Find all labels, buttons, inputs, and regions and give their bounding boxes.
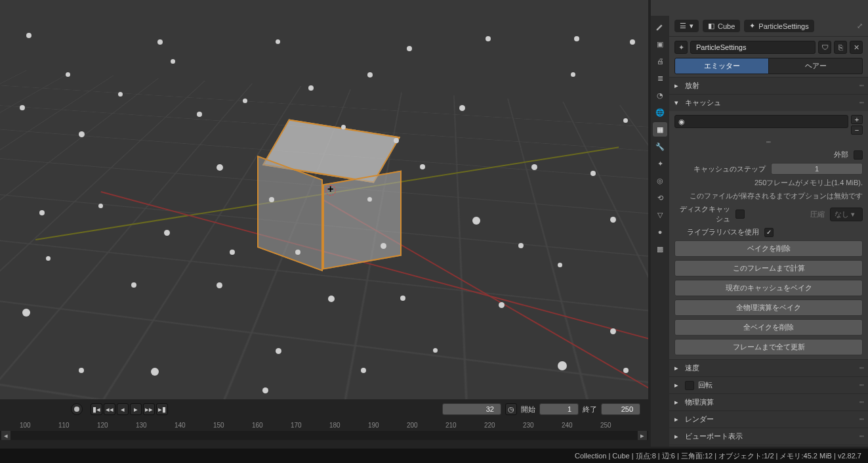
external-checkbox[interactable] bbox=[854, 150, 863, 160]
particle bbox=[66, 72, 70, 77]
rotation-checkbox[interactable] bbox=[685, 381, 694, 390]
tick-label: 120 bbox=[97, 422, 108, 429]
keyframe-prev-button[interactable]: ◂◂ bbox=[104, 403, 115, 415]
material-tab[interactable]: ● bbox=[653, 225, 667, 239]
particle bbox=[197, 112, 202, 117]
particle bbox=[367, 197, 372, 202]
particle bbox=[262, 387, 268, 393]
physics-panel-header[interactable]: ▸物理演算┅ bbox=[669, 394, 868, 410]
calc-to-frame-button[interactable]: このフレームまで計算 bbox=[674, 260, 863, 276]
tick-label: 150 bbox=[213, 422, 224, 429]
render-panel-header[interactable]: ▸レンダー┅ bbox=[669, 411, 868, 428]
world-tab[interactable]: 🌐 bbox=[653, 105, 667, 120]
save-warning-text: このファイルが保存されるまでオプションは無効です bbox=[674, 191, 863, 201]
view-layer-tab[interactable]: ≣ bbox=[653, 71, 667, 85]
delete-all-bakes-button[interactable]: 全ベイクを削除 bbox=[674, 319, 863, 336]
children-panel-header[interactable]: ▸子パーティクル┅ bbox=[669, 445, 868, 447]
tick-label: 100 bbox=[20, 422, 31, 429]
pin-icon[interactable]: ⤢ bbox=[857, 22, 863, 30]
play-reverse-button[interactable]: ◂ bbox=[117, 403, 129, 415]
tick-label: 170 bbox=[291, 422, 302, 429]
particle bbox=[400, 296, 405, 301]
jump-to-end-button[interactable]: ▸▮ bbox=[156, 403, 168, 415]
cache-slot[interactable]: ◉ bbox=[674, 115, 848, 128]
tick-label: 110 bbox=[58, 422, 70, 429]
object-name: Cube bbox=[718, 22, 735, 30]
fake-user-button[interactable]: 🛡 bbox=[818, 41, 831, 54]
particles-tab[interactable]: ✦ bbox=[653, 156, 667, 171]
current-frame-field[interactable]: 32 bbox=[442, 403, 501, 415]
grip-icon: ┅ bbox=[859, 99, 863, 107]
constraints-tab[interactable]: ⟲ bbox=[653, 190, 667, 205]
particle bbox=[381, 243, 386, 249]
data-tab[interactable]: ▽ bbox=[653, 208, 667, 222]
scroll-left-button[interactable]: ◂ bbox=[1, 431, 10, 440]
particle-name-field[interactable] bbox=[690, 41, 816, 54]
unlink-datablock-button[interactable]: ✕ bbox=[850, 41, 863, 54]
particle bbox=[164, 230, 170, 236]
scene-tab[interactable]: ◔ bbox=[653, 88, 667, 102]
particle bbox=[531, 164, 537, 170]
cache-panel-header[interactable]: ▾ キャッシュ ┅ bbox=[669, 95, 868, 111]
particle-type-toggle[interactable]: エミッター ヘアー bbox=[674, 58, 863, 74]
object-tab[interactable]: ▦ bbox=[653, 122, 667, 137]
hair-option[interactable]: ヘアー bbox=[769, 58, 863, 74]
tool-tab[interactable] bbox=[653, 20, 667, 34]
particle bbox=[26, 33, 31, 38]
delete-bake-button[interactable]: ベイクを削除 bbox=[674, 240, 863, 257]
keyframe-next-button[interactable]: ▸▸ bbox=[143, 403, 155, 415]
tick-label: 160 bbox=[252, 422, 263, 429]
particles-icon: ✦ bbox=[749, 22, 755, 30]
new-datablock-button[interactable]: ⎘ bbox=[834, 41, 847, 54]
end-frame-field[interactable]: 250 bbox=[601, 403, 640, 415]
particle bbox=[420, 164, 425, 169]
bake-all-physics-button[interactable]: 全物理演算をベイク bbox=[674, 299, 863, 316]
play-button[interactable]: ▸ bbox=[130, 403, 142, 415]
physics-tab[interactable]: ◎ bbox=[653, 173, 667, 188]
modifiers-tab[interactable]: 🔧 bbox=[653, 139, 667, 154]
viewport-display-panel-header[interactable]: ▸ビューポート表示┅ bbox=[669, 428, 868, 445]
disk-cache-checkbox[interactable] bbox=[735, 209, 745, 219]
bake-current-button[interactable]: 現在のキャッシュをベイク bbox=[674, 280, 863, 296]
clock-icon[interactable]: ◷ bbox=[505, 403, 517, 415]
properties-tabs: ▣ 🖨 ≣ ◔ 🌐 ▦ 🔧 ✦ ◎ ⟲ ▽ ● ▩ bbox=[651, 16, 669, 447]
particle bbox=[98, 204, 103, 208]
tick-label: 230 bbox=[523, 422, 534, 429]
tick-label: 140 bbox=[175, 422, 186, 429]
particle bbox=[171, 59, 175, 64]
rotation-panel-header[interactable]: ▸回転┅ bbox=[669, 377, 868, 393]
particle bbox=[131, 282, 136, 288]
add-cache-button[interactable]: + bbox=[851, 115, 863, 124]
emission-panel-header[interactable]: ▸ 放射 ┅ bbox=[669, 77, 868, 94]
cube-icon: ◧ bbox=[708, 22, 714, 30]
emitter-option[interactable]: エミッター bbox=[674, 58, 769, 74]
timeline[interactable]: ▮◂ ◂◂ ◂ ▸ ▸▸ ▸▮ 32 ◷ 開始 1 終了 250 1001101… bbox=[0, 399, 648, 447]
jump-to-start-button[interactable]: ▮◂ bbox=[91, 403, 102, 415]
particle bbox=[157, 39, 163, 45]
compression-dropdown[interactable]: なし ▾ bbox=[830, 208, 863, 221]
data-breadcrumb[interactable]: ✦ ParticleSettings bbox=[744, 20, 814, 32]
velocity-panel-header[interactable]: ▸速度┅ bbox=[669, 360, 868, 376]
particle bbox=[590, 171, 596, 176]
start-frame-field[interactable]: 1 bbox=[539, 403, 579, 415]
editor-type-dropdown[interactable]: ☰▾ bbox=[674, 20, 699, 32]
update-all-to-frame-button[interactable]: フレームまで全て更新 bbox=[674, 339, 863, 355]
particle bbox=[308, 85, 314, 91]
particle bbox=[79, 368, 84, 373]
use-lib-path-checkbox[interactable] bbox=[764, 228, 774, 237]
particle bbox=[499, 302, 505, 308]
particle bbox=[118, 92, 123, 97]
output-tab[interactable]: 🖨 bbox=[653, 54, 667, 68]
object-breadcrumb[interactable]: ◧ Cube bbox=[703, 20, 740, 32]
remove-cache-button[interactable]: − bbox=[851, 125, 863, 135]
scroll-right-button[interactable]: ▸ bbox=[638, 431, 647, 440]
datablock-type-icon[interactable]: ✦ bbox=[674, 41, 688, 54]
cache-step-field[interactable]: 1 bbox=[771, 163, 863, 175]
particle bbox=[269, 197, 274, 202]
particle bbox=[151, 368, 159, 376]
texture-tab[interactable]: ▩ bbox=[653, 242, 667, 256]
render-tab[interactable]: ▣ bbox=[653, 37, 667, 51]
particle bbox=[276, 348, 281, 354]
3d-viewport[interactable] bbox=[0, 0, 648, 399]
auto-keying-toggle[interactable] bbox=[71, 403, 83, 415]
